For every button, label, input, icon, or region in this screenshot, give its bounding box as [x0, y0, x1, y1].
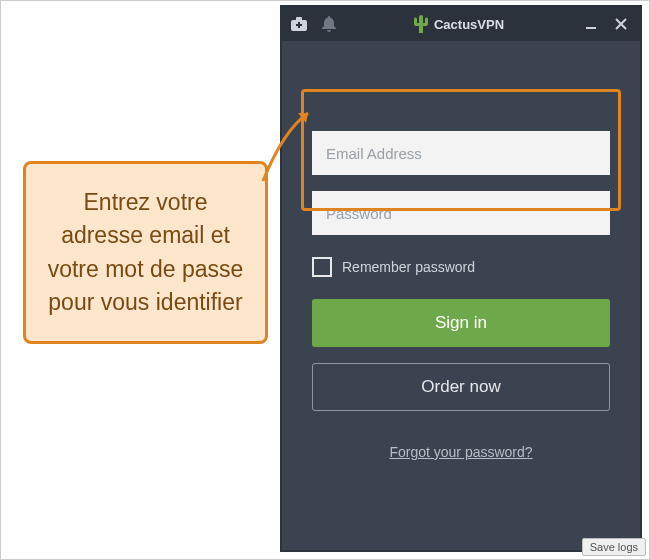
svg-rect-4	[586, 27, 596, 29]
app-window: CactusVPN Remember password Sign in Orde…	[281, 6, 641, 551]
remember-label: Remember password	[342, 259, 475, 275]
email-input[interactable]	[312, 131, 610, 175]
svg-rect-3	[296, 24, 302, 26]
bell-icon[interactable]	[318, 13, 340, 35]
brand-logo-icon	[414, 15, 428, 33]
callout-text: Entrez votre adresse email et votre mot …	[48, 189, 244, 315]
remember-checkbox[interactable]	[312, 257, 332, 277]
login-form: Remember password Sign in Order now Forg…	[282, 41, 640, 550]
save-logs-button[interactable]: Save logs	[582, 538, 646, 556]
svg-rect-1	[296, 17, 302, 21]
titlebar: CactusVPN	[282, 7, 640, 41]
brand-name: CactusVPN	[434, 17, 504, 32]
minimize-button[interactable]	[578, 13, 604, 35]
annotation-callout: Entrez votre adresse email et votre mot …	[23, 161, 268, 344]
close-button[interactable]	[608, 13, 634, 35]
forgot-password-link[interactable]: Forgot your password?	[389, 444, 532, 460]
medkit-icon[interactable]	[288, 13, 310, 35]
password-input[interactable]	[312, 191, 610, 235]
order-now-button[interactable]: Order now	[312, 363, 610, 411]
sign-in-button[interactable]: Sign in	[312, 299, 610, 347]
